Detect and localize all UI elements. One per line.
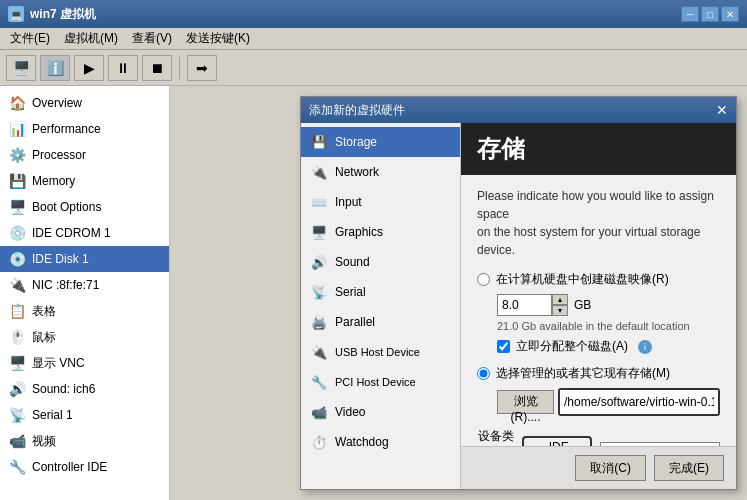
hw-item-input[interactable]: ⌨️ Input [301, 187, 460, 217]
nic-icon: 🔌 [8, 276, 26, 294]
menu-vm[interactable]: 虚拟机(M) [58, 28, 124, 49]
maximize-btn[interactable]: □ [701, 6, 719, 22]
cdrom-icon: 💿 [8, 224, 26, 242]
main-area: 🏠 Overview 📊 Performance ⚙️ Processor 💾 … [0, 86, 747, 500]
table-icon: 📋 [8, 302, 26, 320]
sidebar-item-ide-cdrom[interactable]: 💿 IDE CDROM 1 [0, 220, 169, 246]
video-icon: 📹 [8, 432, 26, 450]
sidebar-item-nic[interactable]: 🔌 NIC :8f:fe:71 [0, 272, 169, 298]
hw-item-network[interactable]: 🔌 Network [301, 157, 460, 187]
device-type-label: 设备类型(D)： [477, 428, 514, 446]
sidebar-item-video[interactable]: 📹 视频 [0, 428, 169, 454]
spin-down-btn[interactable]: ▾ [552, 305, 568, 316]
menu-sendkey[interactable]: 发送按键(K) [180, 28, 256, 49]
size-input[interactable] [497, 294, 552, 316]
sidebar-item-table[interactable]: 📋 表格 [0, 298, 169, 324]
tb-arrow[interactable]: ➡ [187, 55, 217, 81]
hw-item-storage[interactable]: 💾 Storage [301, 127, 460, 157]
mouse-icon: 🖱️ [8, 328, 26, 346]
radio-create-label: 在计算机硬盘中创建磁盘映像(R) [496, 271, 669, 288]
watchdog-icon: ⏱️ [309, 432, 329, 452]
size-unit: GB [574, 298, 591, 312]
sidebar-item-serial[interactable]: 📡 Serial 1 [0, 402, 169, 428]
sidebar-item-processor[interactable]: ⚙️ Processor [0, 142, 169, 168]
pci-icon: 🔧 [309, 372, 329, 392]
close-btn[interactable]: ✕ [721, 6, 739, 22]
sidebar-item-memory[interactable]: 💾 Memory [0, 168, 169, 194]
sidebar-item-mouse[interactable]: 🖱️ 鼠标 [0, 324, 169, 350]
spin-up-btn[interactable]: ▴ [552, 294, 568, 305]
radio-select[interactable] [477, 367, 490, 380]
sidebar-item-performance[interactable]: 📊 Performance [0, 116, 169, 142]
dialog-title-bar: 添加新的虚拟硬件 ✕ [301, 97, 736, 123]
menu-bar: 文件(E) 虚拟机(M) 查看(V) 发送按键(K) [0, 28, 747, 50]
video-hw-icon: 📹 [309, 402, 329, 422]
hardware-type-panel: 💾 Storage 🔌 Network ⌨️ Input 🖥️ Graphics [301, 123, 461, 489]
sidebar-item-boot-options[interactable]: 🖥️ Boot Options [0, 194, 169, 220]
parallel-icon: 🖨️ [309, 312, 329, 332]
radio-select-row: 选择管理的或者其它现有存储(M) [477, 365, 720, 382]
radio-create-row: 在计算机硬盘中创建磁盘映像(R) [477, 271, 720, 288]
serial-hw-icon: 📡 [309, 282, 329, 302]
dialog-section-header: 存储 [461, 123, 736, 175]
cancel-button[interactable]: 取消(C) [575, 455, 646, 481]
browse-button[interactable]: 浏览(R).... [497, 390, 554, 414]
menu-file[interactable]: 文件(E) [4, 28, 56, 49]
hw-item-pci-host-device[interactable]: 🔧 PCI Host Device [301, 367, 460, 397]
network-icon: 🔌 [309, 162, 329, 182]
usb-icon: 🔌 [309, 342, 329, 362]
sidebar-item-display-vnc[interactable]: 🖥️ 显示 VNC [0, 350, 169, 376]
hw-item-watchdog[interactable]: ⏱️ Watchdog [301, 427, 460, 457]
serial-icon: 📡 [8, 406, 26, 424]
title-bar: 💻 win7 虚拟机 ─ □ ✕ [0, 0, 747, 28]
tb-pause[interactable]: ⏸ [108, 55, 138, 81]
storage-icon: 💾 [309, 132, 329, 152]
dialog-description: Please indicate how you would like to as… [477, 187, 720, 259]
sidebar-item-overview[interactable]: 🏠 Overview [0, 90, 169, 116]
dialog-close-btn[interactable]: ✕ [716, 102, 728, 118]
spin-group: ▴ ▾ [497, 294, 568, 316]
tb-info[interactable]: ℹ️ [40, 55, 70, 81]
radio-select-label: 选择管理的或者其它现有存储(M) [496, 365, 670, 382]
alloc-label: 立即分配整个磁盘(A) [516, 338, 628, 355]
hw-item-graphics[interactable]: 🖥️ Graphics [301, 217, 460, 247]
file-path-input[interactable] [560, 390, 718, 414]
radio-create[interactable] [477, 273, 490, 286]
alloc-checkbox[interactable] [497, 340, 510, 353]
sidebar-item-controller-ide[interactable]: 🔧 Controller IDE [0, 454, 169, 480]
processor-icon: ⚙️ [8, 146, 26, 164]
dialog-footer: 取消(C) 完成(E) [461, 446, 736, 489]
sidebar-item-sound[interactable]: 🔊 Sound: ich6 [0, 376, 169, 402]
sidebar-item-ide-disk[interactable]: 💿 IDE Disk 1 [0, 246, 169, 272]
sound-hw-icon: 🔊 [309, 252, 329, 272]
hw-item-video[interactable]: 📹 Video [301, 397, 460, 427]
disk-icon: 💿 [8, 250, 26, 268]
minimize-btn[interactable]: ─ [681, 6, 699, 22]
create-disk-group: 在计算机硬盘中创建磁盘映像(R) ▴ ▾ GB [477, 271, 720, 355]
menu-view[interactable]: 查看(V) [126, 28, 178, 49]
file-row: 浏览(R).... [497, 388, 720, 416]
finish-button[interactable]: 完成(E) [654, 455, 724, 481]
dialog-title-text: 添加新的虚拟硬件 [309, 102, 405, 119]
add-hardware-dialog: 添加新的虚拟硬件 ✕ 💾 Storage 🔌 Network ⌨️ [300, 96, 737, 490]
window-title: win7 虚拟机 [30, 6, 96, 23]
window-controls: ─ □ ✕ [681, 6, 739, 22]
tb-play[interactable]: ▶ [74, 55, 104, 81]
hw-item-serial[interactable]: 📡 Serial [301, 277, 460, 307]
overview-icon: 🏠 [8, 94, 26, 112]
device-type-row: 设备类型(D)： IDE cdrom [477, 428, 720, 446]
device-select-container: IDE cdrom [522, 436, 720, 447]
select-storage-group: 选择管理的或者其它现有存储(M) 浏览(R).... [477, 365, 720, 416]
hw-item-sound[interactable]: 🔊 Sound [301, 247, 460, 277]
hw-item-usb-host-device[interactable]: 🔌 USB Host Device [301, 337, 460, 367]
tb-stop[interactable]: ⏹ [142, 55, 172, 81]
performance-icon: 📊 [8, 120, 26, 138]
memory-icon: 💾 [8, 172, 26, 190]
tb-monitor[interactable]: 🖥️ [6, 55, 36, 81]
graphics-icon: 🖥️ [309, 222, 329, 242]
size-row: ▴ ▾ GB [497, 294, 720, 316]
dialog-body: Please indicate how you would like to as… [461, 175, 736, 446]
sidebar: 🏠 Overview 📊 Performance ⚙️ Processor 💾 … [0, 86, 170, 500]
hw-item-parallel[interactable]: 🖨️ Parallel [301, 307, 460, 337]
input-icon: ⌨️ [309, 192, 329, 212]
